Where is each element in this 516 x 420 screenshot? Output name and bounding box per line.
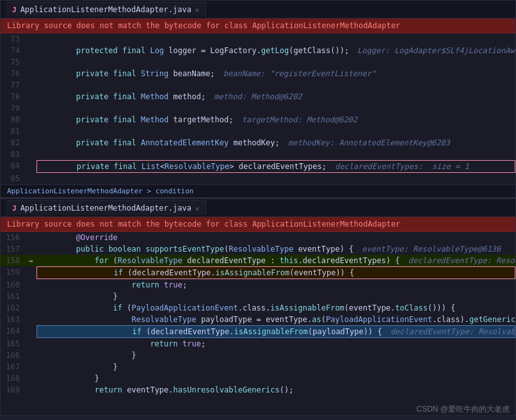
tab-bar-top: J ApplicationListenerMethodAdapter.java … — [1, 1, 515, 19]
java-icon-bottom: J — [12, 204, 17, 213]
code-line: 160 return true; — [1, 279, 515, 291]
code-line-highlighted: 159 if (declaredEventType.isAssignableFr… — [1, 266, 515, 279]
code-line: 78 private final Method method; method: … — [1, 91, 515, 102]
editor-panel-bottom: J ApplicationListenerMethodAdapter.java … — [0, 198, 516, 416]
code-line-blue: 164 if (declaredEventType.isAssignableFr… — [1, 325, 515, 338]
code-line: 161 } — [1, 291, 515, 302]
execution-arrow: ⇒ — [29, 257, 33, 265]
code-line: 75 — [1, 56, 515, 68]
code-area-top: 73 74 protected final Log logger = LogFa… — [1, 33, 515, 184]
code-area-bottom: 156 @Override 157 public boolean support… — [1, 232, 515, 420]
error-banner-top: Library source does not match the byteco… — [1, 19, 515, 33]
code-line: 74 protected final Log logger = LogFacto… — [1, 45, 515, 56]
tab-bottom-label: ApplicationListenerMethodAdapter.java — [20, 204, 191, 213]
watermark: CSDN @爱吃牛肉的大老虎 — [416, 404, 510, 415]
breadcrumb-top: ApplicationListenerMethodAdapter > condi… — [1, 184, 515, 198]
close-tab-bottom[interactable]: ✕ — [195, 205, 199, 212]
code-line: 157 public boolean supportsEventType(Res… — [1, 243, 515, 255]
code-line: 73 — [1, 33, 515, 45]
code-line: 85 — [1, 173, 515, 184]
tab-top[interactable]: J ApplicationListenerMethodAdapter.java … — [6, 2, 206, 17]
code-line: 166 } — [1, 350, 515, 361]
code-line: 80 private final Method targetMethod; ta… — [1, 114, 515, 125]
code-line: 81 — [1, 125, 515, 137]
code-line: 76 private final String beanName; beanNa… — [1, 68, 515, 79]
code-line-execution: 158 ⇒ for (ResolvableType declaredEventT… — [1, 255, 515, 266]
code-line: 163 ResolvableType payloadType = eventTy… — [1, 314, 515, 325]
close-tab-top[interactable]: ✕ — [195, 6, 199, 13]
code-line: 168 } — [1, 373, 515, 384]
error-banner-bottom: Library source does not match the byteco… — [1, 217, 515, 232]
tab-bar-bottom: J ApplicationListenerMethodAdapter.java … — [1, 199, 515, 217]
code-line: 156 @Override — [1, 232, 515, 243]
code-line: 82 private final AnnotatedElementKey met… — [1, 137, 515, 149]
code-line-boxed: 84 private final List<ResolvableType> de… — [1, 160, 515, 173]
code-line: 162 if (PayloadApplicationEvent.class.is… — [1, 302, 515, 314]
tab-bottom[interactable]: J ApplicationListenerMethodAdapter.java … — [6, 200, 206, 215]
code-line: 83 — [1, 149, 515, 160]
code-line: 165 return true; — [1, 338, 515, 350]
java-icon-top: J — [12, 6, 17, 14]
code-line: 167 } — [1, 361, 515, 373]
code-line: 79 — [1, 102, 515, 114]
code-line: 77 — [1, 79, 515, 91]
tab-top-label: ApplicationListenerMethodAdapter.java — [20, 5, 191, 14]
editor-panel-top: J ApplicationListenerMethodAdapter.java … — [0, 0, 516, 198]
code-line: 169 return eventType.hasUnresolvableGene… — [1, 384, 515, 396]
